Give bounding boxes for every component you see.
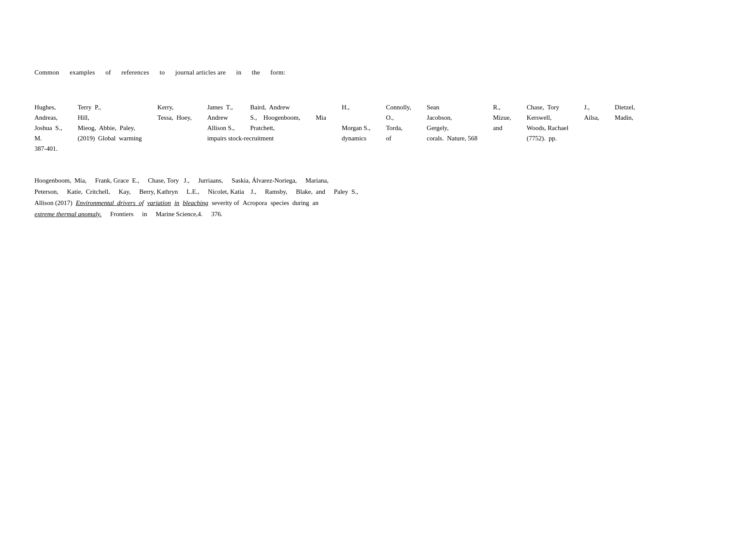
ref1-col7-r1: H., — [342, 102, 386, 112]
ref2-line1: Hoogenboom, Mia, Frank, Grace E., Chase,… — [34, 175, 722, 186]
ref2-species: species during an — [271, 198, 319, 208]
ref1-col11-r3: Woods, Rachael — [527, 123, 584, 133]
ref2-environmental: Environmental drivers of — [76, 198, 144, 208]
ref1-col11-r1: Chase, Tory — [527, 102, 584, 112]
ref1-col2-r3: Mieog, Abbie, Paley, — [78, 123, 157, 133]
ref2-mariana: Mariana, — [305, 175, 329, 186]
reference-2: Hoogenboom, Mia, Frank, Grace E., Chase,… — [34, 175, 722, 219]
ref1-col7-r4: dynamics — [342, 133, 386, 143]
ref1-col13-r3 — [615, 123, 650, 133]
intro-word-common: Common — [34, 69, 59, 76]
ref2-jurriaans: Jurriaans, — [198, 175, 223, 186]
ref1-col1-r5: 387-401. — [34, 143, 78, 154]
ref2-marine-science: Marine Science,4. — [156, 209, 203, 219]
ref1-col3-r1: Kerry, — [157, 102, 207, 112]
ref1-col12-r2: Ailsa, — [584, 112, 615, 123]
intro-word-form: form: — [271, 69, 286, 76]
ref1-col2-r4: (2019) Global warming — [78, 133, 157, 143]
ref1-col12-r4 — [584, 133, 615, 143]
ref2-allison-year: Allison (2017) — [34, 198, 72, 208]
ref1-rest-r5 — [78, 143, 650, 154]
ref1-col10-r2: Mizue, — [493, 112, 526, 123]
ref1-col13-r4 — [615, 133, 650, 143]
ref2-paley: Paley S., — [334, 186, 358, 197]
ref1-col9-r4: corals. Nature, 568 — [427, 133, 493, 143]
ref2-saskia: Saskia, Álvarez-Noriega, — [232, 175, 297, 186]
ref1-col5-r3: Pratchett, — [250, 123, 316, 133]
ref1-col6-r2: Mia — [316, 112, 342, 123]
ref2-variation: variation — [147, 198, 171, 208]
intro-word-of: of — [106, 69, 111, 76]
ref1-col6-r1 — [316, 102, 342, 112]
ref1-col8-r1: Connolly, — [386, 102, 427, 112]
ref2-acropora: Acropora — [243, 198, 267, 208]
ref1-col12-r3 — [584, 123, 615, 133]
ref1-col8-r3: Torda, — [386, 123, 427, 133]
ref1-col4-r3: Allison S., — [207, 123, 250, 133]
ref1-col5-r1: Baird, Andrew — [250, 102, 316, 112]
ref2-berry: Berry, Kathryn — [139, 186, 178, 197]
ref1-col6-r3 — [316, 123, 342, 133]
ref1-col7-r2 — [342, 112, 386, 123]
ref1-col4-r1: James T., — [207, 102, 250, 112]
ref1-table: Hughes, Terry P., Kerry, James T., Baird… — [34, 102, 650, 154]
ref1-col11-r4: (7752). pp. — [527, 133, 584, 143]
ref1-col8-r2: O., — [386, 112, 427, 123]
ref1-col10-r4 — [493, 133, 526, 143]
ref2-severity: severity of — [212, 198, 240, 208]
ref2-nicolet: Nicolet, Katia J., — [208, 186, 256, 197]
ref1-col5-r2: S., Hoogenboom, — [250, 112, 316, 123]
ref1-col1-r2: Andreas, — [34, 112, 78, 123]
ref2-line3: Allison (2017) Environmental drivers of … — [34, 198, 722, 208]
ref2-bleaching: bleaching — [183, 198, 208, 208]
ref1-col3-r3 — [157, 123, 207, 133]
ref1-col11-r2: Kerswell, — [527, 112, 584, 123]
ref2-line2: Peterson, Katie, Critchell, Kay, Berry, … — [34, 186, 722, 197]
intro-word-journal: journal articles are — [175, 69, 226, 76]
ref1-col3-r2: Tessa, Hoey, — [157, 112, 207, 123]
ref1-col9-r3: Gergely, — [427, 123, 493, 133]
intro-word-to: to — [159, 69, 165, 76]
ref1-col4-r2: Andrew — [207, 112, 250, 123]
ref2-hoogenboom: Hoogenboom, Mia, — [34, 175, 87, 186]
ref2-le: L.E., — [187, 186, 199, 197]
intro-word-in: in — [236, 69, 241, 76]
ref2-frontiers: Frontiers — [110, 209, 134, 219]
ref1-col2-r1: Terry P., — [78, 102, 157, 112]
ref1-col7-r3: Morgan S., — [342, 123, 386, 133]
ref2-katie: Katie, Critchell, — [67, 186, 110, 197]
ref2-extreme: extreme thermal anomaly. — [34, 209, 102, 219]
ref2-frank: Frank, Grace E., — [95, 175, 139, 186]
intro-word-references: references — [121, 69, 149, 76]
ref2-blake: Blake, and — [296, 186, 325, 197]
ref1-col4-r4: impairs stock-recruitment — [207, 133, 316, 143]
reference-1: Hughes, Terry P., Kerry, James T., Baird… — [34, 102, 722, 154]
ref2-ramsby: Ramsby, — [265, 186, 287, 197]
ref1-col12-r1: J., — [584, 102, 615, 112]
ref1-col9-r1: Sean — [427, 102, 493, 112]
ref1-col9-r2: Jacobson, — [427, 112, 493, 123]
ref2-peterson: Peterson, — [34, 186, 58, 197]
ref1-col13-r2: Madin, — [615, 112, 650, 123]
ref2-line4: extreme thermal anomaly. Frontiers in Ma… — [34, 209, 722, 219]
intro-line: Common examples of references to journal… — [34, 69, 722, 76]
ref1-col6-r4 — [316, 133, 342, 143]
ref1-col1-r4: M. — [34, 133, 78, 143]
ref1-col2-r2: Hill, — [78, 112, 157, 123]
ref2-in-final: in — [142, 209, 147, 219]
ref1-col10-r3: and — [493, 123, 526, 133]
ref1-col1-r1: Hughes, — [34, 102, 78, 112]
ref1-col1-r3: Joshua S., — [34, 123, 78, 133]
references-block: Hughes, Terry P., Kerry, James T., Baird… — [34, 102, 722, 219]
ref1-col13-r1: Dietzel, — [615, 102, 650, 112]
ref2-376: 376. — [211, 209, 222, 219]
intro-word-examples: examples — [70, 69, 95, 76]
ref1-col8-r4: of — [386, 133, 427, 143]
intro-word-the: the — [252, 69, 260, 76]
ref2-in-italic: in — [174, 198, 180, 208]
ref2-kay: Kay, — [118, 186, 131, 197]
ref1-col3-r4 — [157, 133, 207, 143]
ref2-chase: Chase, Tory J., — [148, 175, 190, 186]
ref1-col10-r1: R., — [493, 102, 526, 112]
